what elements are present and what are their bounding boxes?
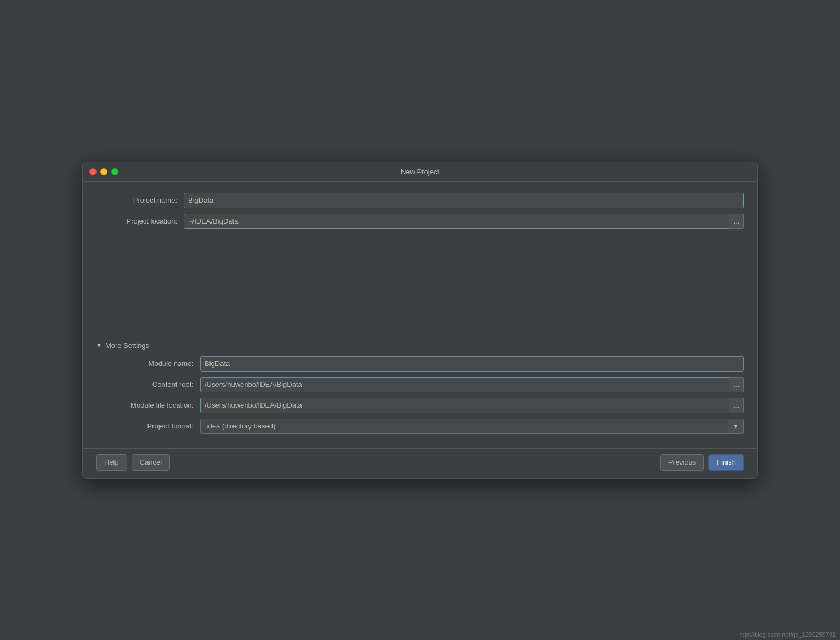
traffic-lights	[89, 168, 118, 175]
project-format-field: .idea (directory based) ▼	[200, 419, 744, 434]
window-title: New Project	[401, 168, 439, 176]
finish-button[interactable]: Finish	[708, 454, 744, 471]
new-project-window: New Project Project name: Project locati…	[82, 162, 758, 479]
content-root-field: ...	[200, 377, 744, 392]
project-name-input[interactable]	[184, 193, 744, 208]
more-settings-section: ▼ More Settings Module name: Content roo…	[96, 341, 744, 439]
project-location-field: ...	[184, 214, 744, 229]
spacer	[96, 235, 744, 336]
project-location-label: Project location:	[96, 217, 184, 225]
more-settings-arrow-icon: ▼	[96, 342, 102, 348]
project-format-row: Project format: .idea (directory based) …	[96, 419, 744, 434]
bottom-left-buttons: Help Cancel	[96, 454, 170, 471]
module-name-label: Module name:	[96, 359, 200, 368]
project-location-browse-button[interactable]: ...	[729, 214, 744, 229]
module-name-input[interactable]	[200, 356, 744, 372]
content-root-label: Content root:	[96, 380, 200, 388]
project-location-input[interactable]	[184, 214, 729, 229]
content-root-browse-button[interactable]: ...	[729, 377, 744, 392]
more-settings-fields: Module name: Content root: ... Module fi	[96, 356, 744, 434]
main-area: Project name: Project location: ... ▼ Mo…	[96, 193, 744, 439]
more-settings-toggle[interactable]: ▼ More Settings	[96, 341, 744, 350]
module-file-location-label: Module file location:	[96, 401, 200, 409]
content-root-row: Content root: ...	[96, 377, 744, 392]
project-name-label: Project name:	[96, 196, 184, 204]
module-file-location-field: ...	[200, 398, 744, 413]
titlebar: New Project	[83, 162, 757, 182]
watermark: http://blog.csdn.net/qq_1290259791	[739, 631, 836, 638]
project-format-dropdown-icon[interactable]: ▼	[728, 419, 744, 434]
module-file-location-browse-button[interactable]: ...	[729, 398, 744, 413]
main-content: Project name: Project location: ... ▼ Mo…	[83, 182, 757, 448]
project-name-row: Project name:	[96, 193, 744, 208]
content-root-input[interactable]	[200, 377, 729, 392]
bottom-bar: Help Cancel Previous Finish	[83, 448, 757, 478]
previous-button[interactable]: Previous	[660, 454, 705, 471]
project-format-select[interactable]: .idea (directory based)	[200, 419, 728, 434]
maximize-button[interactable]	[111, 168, 118, 175]
module-name-row: Module name:	[96, 356, 744, 372]
minimize-button[interactable]	[100, 168, 107, 175]
project-format-label: Project format:	[96, 422, 200, 430]
more-settings-label: More Settings	[105, 341, 149, 350]
cancel-button[interactable]: Cancel	[132, 454, 170, 471]
module-file-location-row: Module file location: ...	[96, 398, 744, 413]
help-button[interactable]: Help	[96, 454, 127, 471]
close-button[interactable]	[89, 168, 97, 175]
bottom-right-buttons: Previous Finish	[660, 454, 744, 471]
module-file-location-input[interactable]	[200, 398, 729, 413]
project-location-row: Project location: ...	[96, 214, 744, 229]
